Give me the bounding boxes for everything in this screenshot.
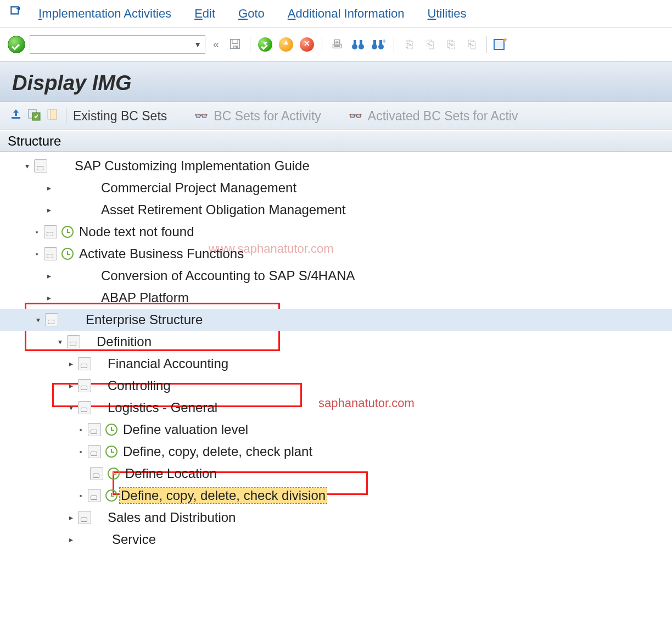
expand-toggle-icon[interactable]: [66, 381, 76, 390]
tree-node[interactable]: ▪ Define, copy, delete, check plant: [0, 441, 672, 463]
doc-icon[interactable]: [78, 357, 91, 370]
existing-bc-sets-button[interactable]: Existing BC Sets: [73, 109, 167, 124]
tree-node[interactable]: ABAP Platform: [0, 287, 672, 309]
activity-icon[interactable]: [61, 226, 74, 238]
activity-icon[interactable]: [105, 424, 117, 436]
doc-icon[interactable]: [88, 489, 101, 502]
doc-icon[interactable]: [88, 423, 101, 436]
tree-label: Define valuation level: [120, 422, 248, 437]
menu-utilities[interactable]: Utilities: [428, 7, 467, 21]
new-session-icon[interactable]: ★: [494, 36, 510, 53]
doc-icon[interactable]: [44, 225, 57, 238]
tree-node[interactable]: Conversion of Accounting to SAP S/4HANA: [0, 265, 672, 287]
tree-label: Commercial Project Management: [98, 180, 296, 196]
expand-toggle-icon[interactable]: [55, 337, 65, 346]
application-toolbar: Existing BC Sets 👓 BC Sets for Activity …: [0, 102, 672, 130]
svg-rect-9: [12, 117, 20, 119]
svg-rect-2: [354, 40, 356, 45]
cancel-icon[interactable]: [299, 36, 315, 53]
expand-all-icon[interactable]: [10, 108, 22, 124]
command-field[interactable]: ▼: [30, 35, 205, 54]
dropdown-icon[interactable]: ▼: [194, 40, 201, 49]
next-page-icon: ⎘: [443, 36, 459, 53]
expand-toggle-icon[interactable]: [66, 403, 76, 412]
tree-label: Logistics - General: [104, 400, 217, 415]
find-next-icon[interactable]: +: [371, 36, 387, 53]
expand-toggle-icon[interactable]: [66, 513, 76, 522]
menu-goto[interactable]: Goto: [238, 7, 265, 21]
back-icon[interactable]: [257, 36, 273, 53]
enter-button[interactable]: [8, 36, 25, 53]
tree-node[interactable]: Define Location: [0, 463, 672, 485]
plus-icon[interactable]: ▪: [33, 250, 41, 258]
expand-toggle-icon[interactable]: [44, 293, 54, 302]
separator: [250, 36, 250, 53]
title-area: Display IMG: [0, 62, 672, 102]
collapse-icon[interactable]: «: [213, 38, 219, 51]
expand-toggle-icon[interactable]: [66, 359, 76, 368]
expand-toggle-icon[interactable]: [44, 271, 54, 280]
tree-label: Define, copy, delete, check plant: [120, 444, 312, 459]
menu-edit[interactable]: Edit: [194, 7, 215, 21]
img-tree: www.saphanatutor.com saphanatutor.com SA…: [0, 152, 672, 561]
tree-label: Activate Business Functions: [76, 246, 244, 262]
tree-node[interactable]: Commercial Project Management: [0, 177, 672, 199]
system-toolbar: ▼ « 🖫 🖶 + ⎘ ⎗ ⎘ ⎗ ★: [0, 27, 672, 62]
activity-icon[interactable]: [105, 490, 117, 502]
tree-node[interactable]: Controlling: [0, 375, 672, 397]
doc-icon[interactable]: [67, 335, 80, 348]
activity-icon[interactable]: [61, 248, 74, 260]
separator: [66, 108, 66, 124]
tree-node-logistics-general[interactable]: Logistics - General: [0, 397, 672, 419]
plus-icon[interactable]: ▪: [77, 448, 85, 456]
tree-node-root[interactable]: SAP Customizing Implementation Guide: [0, 155, 672, 177]
first-page-icon: ⎘: [401, 36, 417, 53]
plus-icon[interactable]: ▪: [77, 426, 85, 434]
tree-label: Controlling: [104, 378, 171, 393]
tree-node-definition[interactable]: Definition: [0, 331, 672, 353]
expand-toggle-icon[interactable]: [22, 162, 32, 170]
print-icon: 🖶: [329, 36, 345, 53]
separator: [486, 36, 487, 53]
tree-label: ABAP Platform: [98, 290, 189, 305]
expand-toggle-icon[interactable]: [66, 535, 76, 544]
expand-toggle-icon[interactable]: [44, 205, 54, 214]
doc-icon[interactable]: [88, 445, 101, 458]
find-icon[interactable]: [350, 36, 366, 53]
doc-icon[interactable]: [78, 511, 91, 524]
expand-toggle-icon[interactable]: [44, 183, 54, 192]
separator: [322, 36, 322, 53]
tree-node[interactable]: Sales and Distribution: [0, 507, 672, 529]
menu-additional-information[interactable]: Additional Information: [288, 7, 405, 21]
tree-node-enterprise-structure[interactable]: Enterprise Structure: [0, 309, 672, 331]
tree-node[interactable]: ▪ Activate Business Functions: [0, 243, 672, 265]
doc-icon[interactable]: [78, 401, 91, 414]
tree-label: Asset Retirement Obligation Management: [98, 202, 346, 218]
tree-node[interactable]: Financial Accounting: [0, 353, 672, 375]
tree-label: Enterprise Structure: [82, 312, 203, 327]
structure-column-header: Structure: [0, 131, 672, 152]
doc-icon[interactable]: [78, 379, 91, 392]
tree-node-define-division[interactable]: ▪ Define, copy, delete, check division: [0, 485, 672, 507]
bc-sets-activity-button: BC Sets for Activity: [214, 109, 321, 124]
activity-icon[interactable]: [105, 446, 117, 458]
doc-icon[interactable]: [44, 247, 57, 260]
tree-node[interactable]: ▪ Define valuation level: [0, 419, 672, 441]
tree-node[interactable]: Service: [0, 529, 672, 550]
tree-node[interactable]: Asset Retirement Obligation Management: [0, 199, 672, 221]
activity-icon[interactable]: [108, 468, 120, 480]
tree-node[interactable]: ▪ Node text not found: [0, 221, 672, 243]
tree-label: SAP Customizing Implementation Guide: [71, 158, 310, 174]
plus-icon[interactable]: ▪: [33, 228, 41, 236]
doc-icon[interactable]: [45, 313, 58, 326]
doc-icon[interactable]: [90, 467, 103, 480]
add-to-worklist-icon[interactable]: [27, 108, 41, 124]
last-page-icon: ⎗: [463, 36, 480, 53]
doc-icon[interactable]: [34, 159, 47, 173]
plus-icon[interactable]: ▪: [77, 492, 85, 500]
menu-program-icon[interactable]: [9, 4, 23, 23]
page-title: Display IMG: [12, 71, 660, 95]
menu-implementation-activities[interactable]: Implementation Activities: [38, 7, 171, 21]
expand-toggle-icon[interactable]: [33, 315, 43, 324]
exit-icon[interactable]: [278, 36, 294, 53]
